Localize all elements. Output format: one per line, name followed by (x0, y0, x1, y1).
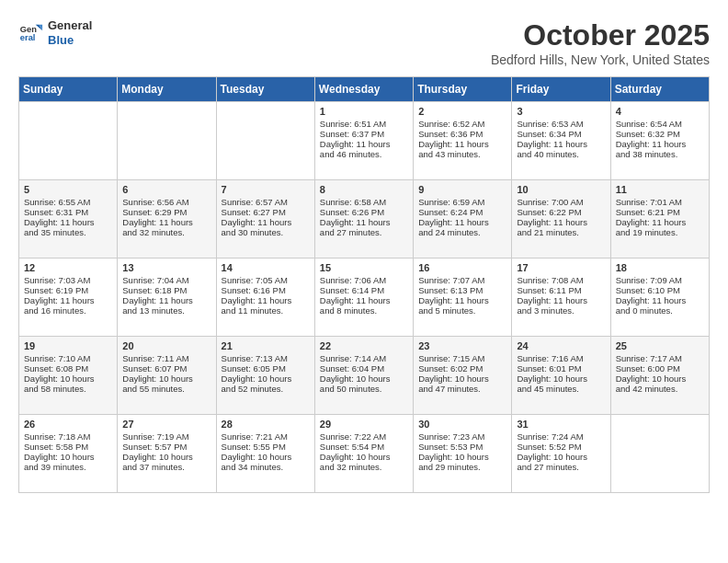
day-info: Sunset: 5:54 PM (320, 442, 408, 452)
day-info: and 19 minutes. (616, 227, 704, 237)
logo: Gen eral General Blue (18, 18, 92, 47)
day-info: Daylight: 10 hours (222, 373, 310, 384)
day-info: Sunset: 6:01 PM (517, 363, 605, 373)
day-number: 7 (222, 184, 310, 195)
day-info: and 16 minutes. (24, 305, 112, 316)
calendar-cell: 16Sunrise: 7:07 AMSunset: 6:13 PMDayligh… (414, 259, 512, 337)
day-number: 27 (122, 419, 210, 430)
day-info: Sunset: 6:37 PM (320, 129, 408, 139)
day-info: Daylight: 11 hours (122, 295, 210, 305)
logo-general: General (48, 18, 92, 32)
day-info: and 58 minutes. (24, 384, 112, 394)
day-number: 19 (24, 340, 112, 351)
day-number: 24 (517, 340, 605, 351)
day-number: 16 (418, 262, 506, 273)
day-info: Daylight: 10 hours (418, 452, 506, 462)
calendar-cell: 2Sunrise: 6:52 AMSunset: 6:36 PMDaylight… (414, 102, 512, 180)
day-info: Sunrise: 7:03 AM (24, 275, 112, 285)
header-wednesday: Wednesday (314, 77, 413, 102)
day-info: Sunset: 6:10 PM (616, 285, 704, 295)
day-info: Sunset: 6:29 PM (122, 207, 210, 217)
day-number: 22 (320, 340, 408, 351)
calendar-cell: 23Sunrise: 7:15 AMSunset: 6:02 PMDayligh… (414, 337, 512, 415)
calendar-cell: 25Sunrise: 7:17 AMSunset: 6:00 PMDayligh… (610, 337, 709, 415)
day-info: Daylight: 11 hours (418, 217, 506, 227)
day-number: 20 (122, 340, 210, 351)
day-number: 2 (418, 106, 506, 117)
day-info: and 47 minutes. (418, 384, 506, 394)
calendar-cell: 22Sunrise: 7:14 AMSunset: 6:04 PMDayligh… (314, 337, 413, 415)
day-info: Sunrise: 7:23 AM (418, 431, 506, 442)
day-info: and 34 minutes. (222, 462, 310, 472)
day-info: Sunrise: 7:24 AM (517, 431, 605, 442)
day-info: Sunset: 6:27 PM (222, 207, 310, 217)
day-info: Daylight: 10 hours (320, 373, 408, 384)
day-number: 11 (616, 184, 704, 195)
day-number: 4 (616, 106, 704, 117)
calendar-week-4: 19Sunrise: 7:10 AMSunset: 6:08 PMDayligh… (19, 337, 710, 415)
day-number: 21 (222, 340, 310, 351)
day-info: Sunrise: 7:04 AM (122, 275, 210, 285)
calendar-cell (216, 102, 314, 180)
calendar-cell: 29Sunrise: 7:22 AMSunset: 5:54 PMDayligh… (314, 415, 413, 493)
calendar-cell (610, 415, 709, 493)
calendar-week-1: 1Sunrise: 6:51 AMSunset: 6:37 PMDaylight… (19, 102, 710, 180)
day-info: and 55 minutes. (122, 384, 210, 394)
day-info: Sunrise: 7:16 AM (517, 353, 605, 363)
day-info: and 11 minutes. (222, 305, 310, 316)
day-info: Daylight: 10 hours (517, 452, 605, 462)
day-number: 10 (517, 184, 605, 195)
day-info: Daylight: 11 hours (616, 295, 704, 305)
day-info: Daylight: 11 hours (24, 295, 112, 305)
day-info: Daylight: 11 hours (418, 139, 506, 149)
day-info: Sunset: 6:21 PM (616, 207, 704, 217)
logo-icon: Gen eral (18, 20, 44, 46)
day-info: Sunset: 6:32 PM (616, 129, 704, 139)
header-row: Sunday Monday Tuesday Wednesday Thursday… (19, 77, 710, 102)
day-info: Sunset: 5:52 PM (517, 442, 605, 452)
day-info: and 45 minutes. (517, 384, 605, 394)
day-info: Sunrise: 7:08 AM (517, 275, 605, 285)
day-info: Sunset: 5:58 PM (24, 442, 112, 452)
day-info: and 50 minutes. (320, 384, 408, 394)
day-info: Sunrise: 7:01 AM (616, 197, 704, 207)
day-info: and 43 minutes. (418, 149, 506, 159)
header-monday: Monday (118, 77, 216, 102)
day-info: Daylight: 10 hours (24, 373, 112, 384)
day-info: and 37 minutes. (122, 462, 210, 472)
calendar-cell: 8Sunrise: 6:58 AMSunset: 6:26 PMDaylight… (314, 180, 413, 259)
day-info: Daylight: 11 hours (418, 295, 506, 305)
day-info: Sunset: 6:36 PM (418, 129, 506, 139)
header-saturday: Saturday (610, 77, 709, 102)
day-info: Sunrise: 7:19 AM (122, 431, 210, 442)
day-info: Daylight: 11 hours (222, 217, 310, 227)
day-info: Daylight: 10 hours (24, 452, 112, 462)
day-info: and 52 minutes. (222, 384, 310, 394)
day-number: 8 (320, 184, 408, 195)
calendar-cell: 7Sunrise: 6:57 AMSunset: 6:27 PMDaylight… (216, 180, 314, 259)
day-info: and 38 minutes. (616, 149, 704, 159)
day-info: and 27 minutes. (320, 227, 408, 237)
calendar-cell: 26Sunrise: 7:18 AMSunset: 5:58 PMDayligh… (19, 415, 118, 493)
calendar-week-5: 26Sunrise: 7:18 AMSunset: 5:58 PMDayligh… (19, 415, 710, 493)
day-info: Sunrise: 7:17 AM (616, 353, 704, 363)
day-info: Sunset: 6:04 PM (320, 363, 408, 373)
calendar-week-3: 12Sunrise: 7:03 AMSunset: 6:19 PMDayligh… (19, 259, 710, 337)
day-info: Sunset: 6:14 PM (320, 285, 408, 295)
day-info: Sunrise: 6:55 AM (24, 197, 112, 207)
day-info: Sunset: 6:18 PM (122, 285, 210, 295)
calendar-cell: 3Sunrise: 6:53 AMSunset: 6:34 PMDaylight… (512, 102, 610, 180)
day-info: and 8 minutes. (320, 305, 408, 316)
calendar-cell: 24Sunrise: 7:16 AMSunset: 6:01 PMDayligh… (512, 337, 610, 415)
day-info: Sunrise: 6:54 AM (616, 119, 704, 129)
day-info: Sunset: 5:57 PM (122, 442, 210, 452)
calendar-cell: 30Sunrise: 7:23 AMSunset: 5:53 PMDayligh… (414, 415, 512, 493)
calendar-cell: 18Sunrise: 7:09 AMSunset: 6:10 PMDayligh… (610, 259, 709, 337)
day-info: Sunrise: 7:10 AM (24, 353, 112, 363)
day-number: 9 (418, 184, 506, 195)
day-info: and 46 minutes. (320, 149, 408, 159)
day-info: and 42 minutes. (616, 384, 704, 394)
day-info: Sunrise: 7:00 AM (517, 197, 605, 207)
day-info: Sunrise: 6:52 AM (418, 119, 506, 129)
day-number: 1 (320, 106, 408, 117)
